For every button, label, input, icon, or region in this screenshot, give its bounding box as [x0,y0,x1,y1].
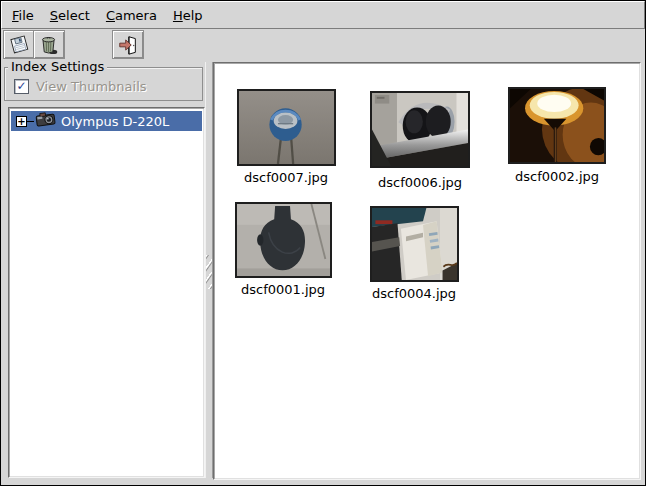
thumbnail-dscf0002[interactable] [508,87,606,164]
thumbnail-dscf0007[interactable] [237,89,336,166]
trash-icon [38,34,60,56]
thumbnail-image-dscf0002 [510,89,604,162]
tree-connector-line [27,121,34,122]
frame-title: Index Settings [8,59,107,74]
menu-select[interactable]: Select [42,4,98,27]
thumbnail-image-dscf0004 [372,208,457,280]
menu-camera[interactable]: Camera [98,4,165,27]
camera-model-label: Olympus D-220L [61,114,169,129]
thumbnail-dscf0001[interactable] [235,202,332,278]
index-settings-frame: Index Settings ✓ View Thumbnails [4,67,203,101]
menu-bar: File Select Camera Help [1,1,645,29]
save-icon [8,34,30,56]
expander-plus-icon[interactable]: + [16,116,27,127]
thumbnail-filename[interactable]: dscf0001.jpg [241,282,325,297]
thumbnail-image-dscf0007 [239,91,334,164]
delete-button[interactable] [33,30,65,59]
exit-icon [117,34,139,56]
view-thumbnails-option: ✓ View Thumbnails [14,79,147,94]
view-thumbnails-label[interactable]: View Thumbnails [36,79,147,94]
thumbnail-filename[interactable]: dscf0002.jpg [515,169,599,184]
camera-icon [35,111,57,131]
camera-tree[interactable]: + Olympus D-220L [8,107,205,478]
thumbnail-image-dscf0001 [237,204,330,276]
thumbnail-filename[interactable]: dscf0006.jpg [378,175,462,190]
app-window: File Select Camera Help [0,0,646,486]
thumbnail-filename[interactable]: dscf0004.jpg [372,286,456,301]
splitter-grip-icon[interactable] [206,255,212,289]
exit-button[interactable] [112,30,144,59]
view-thumbnails-checkbox[interactable]: ✓ [14,79,29,94]
menu-file[interactable]: File [4,4,42,27]
save-button[interactable] [3,30,35,59]
pane-splitter[interactable] [205,62,213,478]
tree-row-camera[interactable]: + Olympus D-220L [11,111,202,131]
menu-help[interactable]: Help [165,4,211,27]
thumbnail-image-dscf0006 [372,93,468,166]
thumbnail-dscf0004[interactable] [370,206,459,282]
thumbnail-filename[interactable]: dscf0007.jpg [244,170,328,185]
thumbnail-panel: dscf0007.jpg [213,62,641,480]
thumbnail-dscf0006[interactable] [370,91,470,168]
